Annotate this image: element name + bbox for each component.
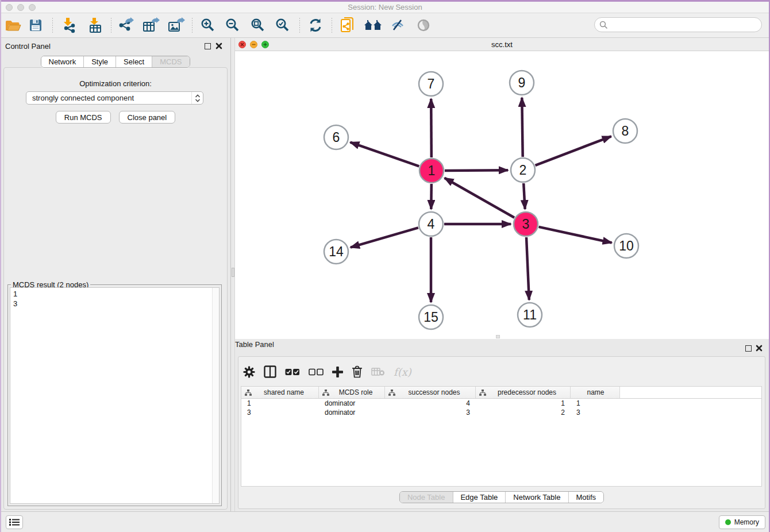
create-column-icon[interactable] [332,367,343,377]
tab-style[interactable]: Style [84,56,116,67]
zoom-out-icon[interactable] [225,18,240,33]
toolbar-separator [52,18,53,33]
vertical-splitter[interactable] [230,38,235,511]
graph-node-14[interactable]: 14 [324,240,348,264]
tab-select[interactable]: Select [116,56,152,67]
graph-edge-3-1[interactable] [445,178,514,218]
graph-node-11[interactable]: 11 [518,303,542,327]
import-network-icon[interactable] [61,17,77,33]
select-all-columns-icon[interactable] [285,368,300,376]
graph-edge-2-9[interactable] [522,98,522,157]
table-row[interactable]: 1 dominator 4 1 1 [241,399,761,408]
cell-shared-name: 3 [241,408,319,417]
task-history-button[interactable] [6,515,23,529]
mcds-result-groupbox: MCDS result (2 nodes) 1 3 [7,284,222,506]
table-panel-title: Table Panel [235,340,274,349]
network-canvas[interactable]: 7968124314101511 [235,51,769,339]
splitter-grip[interactable] [232,268,234,277]
graph-node-2[interactable]: 2 [511,158,535,182]
graph-node-9[interactable]: 9 [510,71,534,95]
close-panel-button[interactable]: Close panel [119,111,176,124]
search-box [594,17,762,32]
float-panel-icon[interactable] [205,43,211,49]
node-table: shared name MCDS role successor nodes pr… [241,386,762,487]
optimization-criterion-label: Optimization criterion: [4,79,227,88]
tab-network[interactable]: Network [41,56,84,67]
zoom-fit-icon[interactable] [251,18,265,33]
shared-column-icon [479,390,486,396]
cell-mcds-role: dominator [319,408,385,417]
mcds-result-area[interactable]: 1 3 [10,287,220,504]
zoom-in-icon[interactable] [201,18,215,33]
control-panel-title: Control Panel [5,42,51,51]
graph-edge-1-4[interactable] [431,184,432,209]
close-table-panel-icon[interactable] [756,345,763,352]
graph-edge-2-8[interactable] [536,136,611,165]
column-header-name[interactable]: name [571,387,620,398]
mcds-result-line: 1 [13,289,219,299]
graph-edge-1-6[interactable] [351,142,419,167]
show-columns-icon[interactable] [264,365,276,378]
unselect-all-columns-icon[interactable] [309,368,324,376]
home-views-icon[interactable] [364,18,382,32]
export-table-icon[interactable] [142,17,160,33]
cell-mcds-role: dominator [319,399,385,407]
graph-edge-1-2[interactable] [445,170,508,171]
criterion-select[interactable]: strongly connected component [26,91,203,105]
graph-node-10[interactable]: 10 [614,234,638,258]
delete-table-icon [371,367,385,376]
graph-node-1[interactable]: 1 [419,159,444,183]
cell-successor-nodes: 4 [385,399,476,407]
zoom-selected-icon[interactable] [275,18,290,33]
table-tabbar: Node Table Edge Table Network Table Moti… [399,491,604,503]
cell-name: 3 [571,408,620,417]
graph-edge-3-11[interactable] [526,237,529,300]
tab-node-table[interactable]: Node Table [400,492,453,503]
control-panel: Control Panel Network Style Select MCDS … [0,38,230,511]
hide-selected-icon[interactable] [390,18,405,33]
graph-edge-3-10[interactable] [539,227,612,243]
graph-node-4[interactable]: 4 [419,212,443,236]
show-eye-icon[interactable] [415,18,432,33]
table-settings-gear-icon[interactable] [243,366,255,378]
graph-edge-2-3[interactable] [523,183,525,209]
graph-node-6[interactable]: 6 [324,125,348,149]
graph-edge-1-7[interactable] [431,99,432,157]
float-table-panel-icon[interactable] [745,345,752,352]
save-icon[interactable] [28,18,43,33]
shared-column-icon [322,390,329,396]
export-image-icon[interactable] [167,17,186,33]
import-table-icon[interactable] [87,17,103,33]
toolbar-separator [192,18,192,33]
graph-node-8[interactable]: 8 [613,119,637,143]
delete-column-trash-icon[interactable] [352,365,363,378]
table-toolbar: f(x) [243,361,411,382]
control-panel-tabbar: Network Style Select MCDS [40,56,190,68]
memory-button[interactable]: Memory [719,515,765,529]
clone-network-icon[interactable] [340,17,356,34]
column-header-mcds-role[interactable]: MCDS role [319,387,385,398]
column-header-successor-nodes[interactable]: successor nodes [385,387,476,398]
graph-node-3[interactable]: 3 [514,212,538,236]
result-scrollbar[interactable] [212,288,219,503]
tab-edge-table[interactable]: Edge Table [453,492,506,503]
search-input[interactable] [611,19,761,30]
graph-node-7[interactable]: 7 [419,72,443,96]
export-network-icon[interactable] [117,17,134,33]
tab-network-table[interactable]: Network Table [506,492,568,503]
graph-node-15[interactable]: 15 [419,305,443,329]
application-window: Session: New Session [0,0,770,532]
horizontal-splitter-grip[interactable] [496,335,500,338]
refresh-icon[interactable] [308,18,323,33]
tab-motifs[interactable]: Motifs [568,492,603,503]
toolbar-separator [332,18,332,33]
column-header-shared-name[interactable]: shared name [241,387,319,398]
memory-status-dot [725,519,731,525]
table-row[interactable]: 3 dominator 3 2 3 [241,408,761,417]
run-mcds-button[interactable]: Run MCDS [56,111,111,124]
graph-edge-4-14[interactable] [351,228,418,247]
tab-mcds[interactable]: MCDS [152,56,189,67]
column-header-predecessor-nodes[interactable]: predecessor nodes [476,387,571,398]
open-folder-icon[interactable] [5,18,21,32]
close-panel-icon[interactable] [215,43,222,49]
